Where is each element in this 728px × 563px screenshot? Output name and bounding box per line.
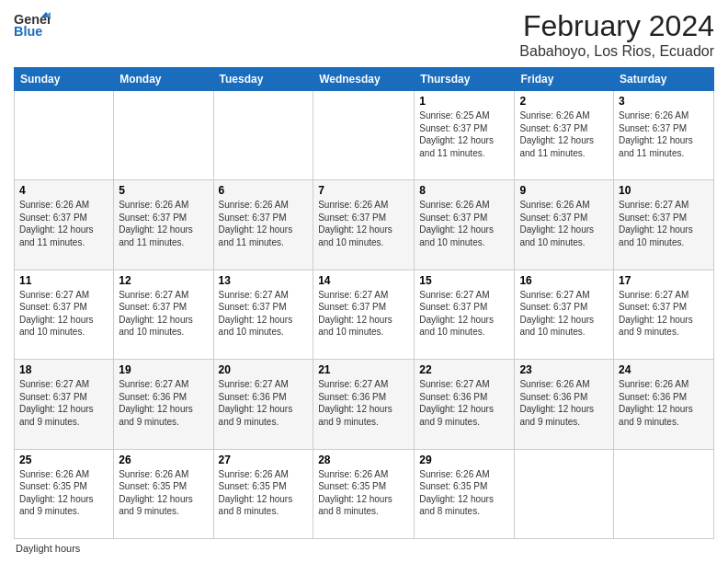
day-number: 3 [619, 95, 709, 108]
calendar-cell: 17Sunrise: 6:27 AM Sunset: 6:37 PM Dayli… [614, 270, 714, 359]
calendar-day-header: Monday [114, 68, 213, 91]
day-info: Sunrise: 6:26 AM Sunset: 6:37 PM Dayligh… [619, 109, 709, 159]
calendar-cell: 15Sunrise: 6:27 AM Sunset: 6:37 PM Dayli… [415, 270, 515, 359]
calendar-week-row: 18Sunrise: 6:27 AM Sunset: 6:37 PM Dayli… [15, 360, 714, 449]
day-number: 12 [119, 274, 208, 287]
calendar-cell: 20Sunrise: 6:27 AM Sunset: 6:36 PM Dayli… [213, 360, 313, 449]
title-block: February 2024 Babahoyo, Los Rios, Ecuado… [519, 9, 714, 60]
calendar-cell: 22Sunrise: 6:27 AM Sunset: 6:36 PM Dayli… [415, 360, 515, 449]
calendar-cell: 9Sunrise: 6:26 AM Sunset: 6:37 PM Daylig… [515, 180, 614, 270]
day-number: 29 [419, 454, 509, 466]
calendar-cell: 12Sunrise: 6:27 AM Sunset: 6:37 PM Dayli… [114, 270, 213, 359]
day-number: 1 [419, 95, 509, 108]
calendar-cell [515, 449, 614, 538]
day-info: Sunrise: 6:26 AM Sunset: 6:37 PM Dayligh… [119, 199, 208, 248]
day-info: Sunrise: 6:27 AM Sunset: 6:37 PM Dayligh… [619, 199, 709, 248]
calendar-day-header: Saturday [614, 68, 714, 91]
day-info: Sunrise: 6:27 AM Sunset: 6:36 PM Dayligh… [318, 378, 409, 428]
day-number: 14 [318, 274, 409, 287]
calendar-week-row: 1Sunrise: 6:25 AM Sunset: 6:37 PM Daylig… [15, 91, 714, 180]
day-info: Sunrise: 6:25 AM Sunset: 6:37 PM Dayligh… [419, 109, 509, 159]
day-number: 4 [19, 184, 108, 197]
day-info: Sunrise: 6:27 AM Sunset: 6:36 PM Dayligh… [419, 378, 509, 428]
calendar-cell: 21Sunrise: 6:27 AM Sunset: 6:36 PM Dayli… [313, 360, 415, 449]
logo-icon: General Blue [14, 9, 51, 41]
calendar-cell: 3Sunrise: 6:26 AM Sunset: 6:37 PM Daylig… [614, 91, 714, 180]
day-info: Sunrise: 6:27 AM Sunset: 6:37 PM Dayligh… [219, 289, 309, 339]
day-info: Sunrise: 6:26 AM Sunset: 6:37 PM Dayligh… [318, 199, 409, 248]
calendar-cell [114, 91, 213, 180]
day-number: 22 [419, 363, 509, 376]
day-number: 19 [119, 363, 208, 376]
day-number: 2 [519, 95, 609, 108]
day-info: Sunrise: 6:26 AM Sunset: 6:35 PM Dayligh… [318, 468, 409, 518]
day-info: Sunrise: 6:26 AM Sunset: 6:36 PM Dayligh… [619, 378, 709, 428]
day-number: 15 [419, 274, 509, 287]
calendar-cell: 19Sunrise: 6:27 AM Sunset: 6:36 PM Dayli… [114, 360, 213, 449]
calendar-cell: 14Sunrise: 6:27 AM Sunset: 6:37 PM Dayli… [313, 270, 415, 359]
day-number: 8 [419, 184, 509, 197]
day-info: Sunrise: 6:27 AM Sunset: 6:37 PM Dayligh… [19, 378, 108, 428]
calendar-cell [213, 91, 313, 180]
day-number: 28 [318, 454, 409, 466]
day-info: Sunrise: 6:26 AM Sunset: 6:37 PM Dayligh… [219, 199, 309, 248]
calendar-cell [313, 91, 415, 180]
calendar-week-row: 11Sunrise: 6:27 AM Sunset: 6:37 PM Dayli… [15, 270, 714, 359]
day-number: 18 [19, 363, 108, 376]
calendar-cell: 1Sunrise: 6:25 AM Sunset: 6:37 PM Daylig… [415, 91, 515, 180]
calendar-header-row: SundayMondayTuesdayWednesdayThursdayFrid… [15, 68, 714, 91]
day-info: Sunrise: 6:27 AM Sunset: 6:37 PM Dayligh… [619, 289, 709, 339]
calendar-cell: 4Sunrise: 6:26 AM Sunset: 6:37 PM Daylig… [15, 180, 114, 270]
calendar-day-header: Wednesday [313, 68, 415, 91]
calendar-cell: 23Sunrise: 6:26 AM Sunset: 6:36 PM Dayli… [515, 360, 614, 449]
calendar-cell: 6Sunrise: 6:26 AM Sunset: 6:37 PM Daylig… [213, 180, 313, 270]
calendar-week-row: 4Sunrise: 6:26 AM Sunset: 6:37 PM Daylig… [15, 180, 714, 270]
day-info: Sunrise: 6:27 AM Sunset: 6:37 PM Dayligh… [119, 289, 208, 339]
calendar-cell: 18Sunrise: 6:27 AM Sunset: 6:37 PM Dayli… [15, 360, 114, 449]
day-info: Sunrise: 6:27 AM Sunset: 6:37 PM Dayligh… [19, 289, 108, 339]
day-number: 5 [119, 184, 208, 197]
calendar-cell: 10Sunrise: 6:27 AM Sunset: 6:37 PM Dayli… [614, 180, 714, 270]
calendar-cell: 24Sunrise: 6:26 AM Sunset: 6:36 PM Dayli… [614, 360, 714, 449]
svg-text:Blue: Blue [14, 24, 42, 39]
calendar-cell: 26Sunrise: 6:26 AM Sunset: 6:35 PM Dayli… [114, 449, 213, 538]
day-info: Sunrise: 6:27 AM Sunset: 6:36 PM Dayligh… [219, 378, 309, 428]
day-info: Sunrise: 6:26 AM Sunset: 6:35 PM Dayligh… [119, 468, 208, 518]
day-info: Sunrise: 6:26 AM Sunset: 6:36 PM Dayligh… [519, 378, 609, 428]
calendar-table: SundayMondayTuesdayWednesdayThursdayFrid… [14, 67, 714, 539]
calendar-cell: 2Sunrise: 6:26 AM Sunset: 6:37 PM Daylig… [515, 91, 614, 180]
calendar-cell: 7Sunrise: 6:26 AM Sunset: 6:37 PM Daylig… [313, 180, 415, 270]
calendar-cell: 16Sunrise: 6:27 AM Sunset: 6:37 PM Dayli… [515, 270, 614, 359]
day-number: 16 [519, 274, 609, 287]
day-info: Sunrise: 6:27 AM Sunset: 6:36 PM Dayligh… [119, 378, 208, 428]
day-info: Sunrise: 6:27 AM Sunset: 6:37 PM Dayligh… [318, 289, 409, 339]
day-number: 23 [519, 363, 609, 376]
calendar-cell: 13Sunrise: 6:27 AM Sunset: 6:37 PM Dayli… [213, 270, 313, 359]
day-info: Sunrise: 6:26 AM Sunset: 6:35 PM Dayligh… [19, 468, 108, 518]
calendar-day-header: Tuesday [213, 68, 313, 91]
calendar-week-row: 25Sunrise: 6:26 AM Sunset: 6:35 PM Dayli… [15, 449, 714, 538]
day-info: Sunrise: 6:27 AM Sunset: 6:37 PM Dayligh… [419, 289, 509, 339]
day-number: 20 [219, 363, 309, 376]
day-info: Sunrise: 6:26 AM Sunset: 6:37 PM Dayligh… [519, 199, 609, 248]
day-number: 25 [19, 454, 108, 466]
calendar-cell: 27Sunrise: 6:26 AM Sunset: 6:35 PM Dayli… [213, 449, 313, 538]
main-title: February 2024 [519, 9, 714, 43]
calendar-cell [15, 91, 114, 180]
calendar-cell: 29Sunrise: 6:26 AM Sunset: 6:35 PM Dayli… [415, 449, 515, 538]
day-info: Sunrise: 6:26 AM Sunset: 6:35 PM Dayligh… [219, 468, 309, 518]
header: General Blue February 2024 Babahoyo, Los… [14, 9, 714, 60]
sub-title: Babahoyo, Los Rios, Ecuador [519, 43, 714, 60]
page: General Blue February 2024 Babahoyo, Los… [0, 0, 728, 563]
day-number: 10 [619, 184, 709, 197]
calendar-cell [614, 449, 714, 538]
day-number: 7 [318, 184, 409, 197]
day-info: Sunrise: 6:26 AM Sunset: 6:35 PM Dayligh… [419, 468, 509, 518]
day-number: 9 [519, 184, 609, 197]
calendar-cell: 28Sunrise: 6:26 AM Sunset: 6:35 PM Dayli… [313, 449, 415, 538]
calendar-day-header: Thursday [415, 68, 515, 91]
footer-note: Daylight hours [14, 543, 714, 554]
day-number: 24 [619, 363, 709, 376]
calendar-cell: 8Sunrise: 6:26 AM Sunset: 6:37 PM Daylig… [415, 180, 515, 270]
calendar-day-header: Sunday [15, 68, 114, 91]
